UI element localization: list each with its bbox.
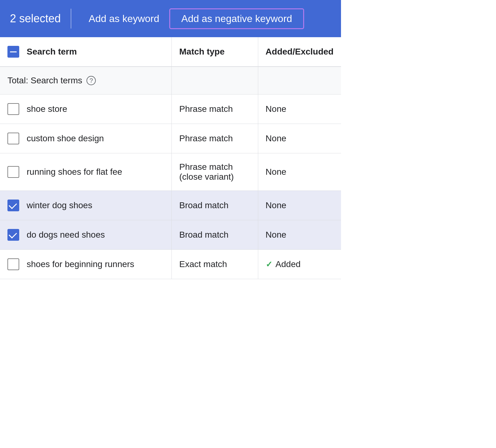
search-term-value: running shoes for flat fee: [27, 167, 122, 177]
total-added-excluded: [258, 67, 341, 94]
added-label: None: [266, 230, 286, 239]
search-term-value: winter dog shoes: [27, 200, 92, 210]
table-header-row: Search term Match type Added/Excluded: [0, 37, 341, 67]
added-label: None: [266, 167, 286, 177]
match-type-value: Phrase match (close variant): [172, 153, 258, 191]
added-excluded-value: None: [258, 220, 341, 250]
col-added-excluded: Added/Excluded: [258, 37, 341, 67]
table-row: do dogs need shoes Broad match None: [0, 220, 341, 250]
match-type-value: Exact match: [172, 250, 258, 279]
row-checkbox-4[interactable]: [7, 200, 19, 211]
table-row: running shoes for flat fee Phrase match …: [0, 153, 341, 191]
added-label: None: [266, 134, 286, 143]
match-type-value: Phrase match: [172, 124, 258, 153]
match-type-value: Broad match: [172, 191, 258, 220]
total-row: Total: Search terms ?: [0, 67, 341, 94]
added-label: None: [266, 200, 286, 210]
selected-count: 2 selected: [10, 12, 71, 25]
search-term-value: shoes for beginning runners: [27, 259, 134, 269]
search-term-value: custom shoe design: [27, 134, 104, 143]
toolbar-divider: [71, 9, 71, 29]
added-excluded-value: None: [258, 94, 341, 124]
added-label: Added: [276, 259, 301, 269]
table-row: shoes for beginning runners Exact match …: [0, 250, 341, 279]
total-match-type: [172, 67, 258, 94]
search-terms-table: Search term Match type Added/Excluded To…: [0, 37, 341, 279]
added-excluded-value: None: [258, 191, 341, 220]
added-excluded-value: None: [258, 153, 341, 191]
col-match-type: Match type: [172, 37, 258, 67]
search-term-value: do dogs need shoes: [27, 230, 105, 240]
table-row: winter dog shoes Broad match None: [0, 191, 341, 220]
added-excluded-header: Added/Excluded: [266, 47, 334, 56]
match-type-header: Match type: [179, 47, 224, 56]
added-excluded-value: None: [258, 124, 341, 153]
row-checkbox-2[interactable]: [7, 133, 19, 144]
added-label: None: [266, 104, 286, 114]
match-type-value: Phrase match: [172, 94, 258, 124]
table-row: custom shoe design Phrase match None: [0, 124, 341, 153]
add-keyword-button[interactable]: Add as keyword: [81, 9, 167, 28]
row-checkbox-6[interactable]: [7, 258, 19, 270]
toolbar: 2 selected Add as keyword Add as negativ…: [0, 0, 341, 37]
help-icon[interactable]: ?: [86, 76, 96, 85]
add-negative-keyword-button[interactable]: Add as negative keyword: [169, 8, 304, 29]
row-checkbox-1[interactable]: [7, 103, 19, 115]
search-term-header: Search term: [27, 47, 77, 57]
added-excluded-value: ✓Added: [258, 250, 341, 279]
added-check-icon: ✓: [266, 260, 272, 269]
search-term-value: shoe store: [27, 104, 67, 114]
total-label: Total: Search terms: [7, 76, 82, 86]
row-checkbox-3[interactable]: [7, 166, 19, 178]
table-row: shoe store Phrase match None: [0, 94, 341, 124]
row-checkbox-5[interactable]: [7, 229, 19, 241]
col-search-term: Search term: [0, 37, 172, 67]
select-all-checkbox[interactable]: [7, 46, 19, 58]
match-type-value: Broad match: [172, 220, 258, 250]
